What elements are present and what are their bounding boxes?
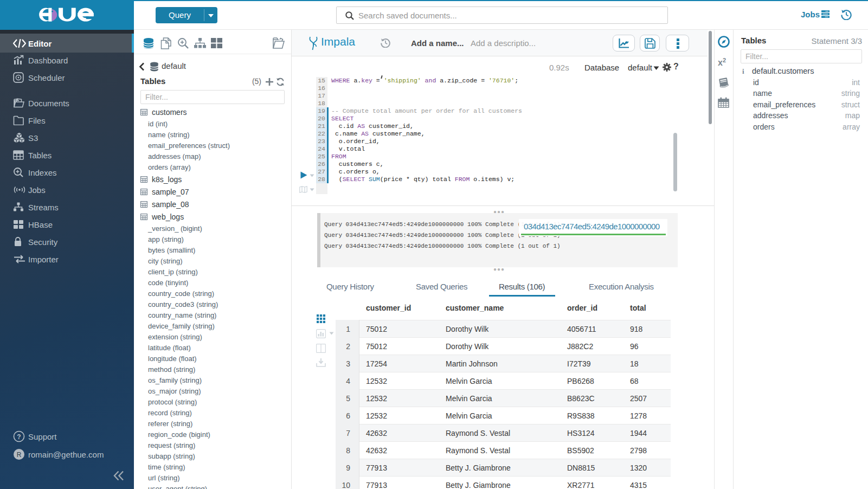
svg-text:R: R	[17, 451, 22, 459]
svg-text:?: ?	[17, 433, 21, 441]
